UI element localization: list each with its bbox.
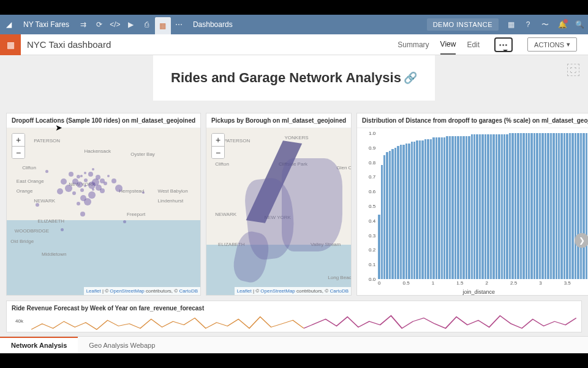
hist-bar — [419, 140, 421, 279]
map-attribution: Leaflet | © OpenStreetMap contributors, … — [235, 287, 351, 295]
hist-bar — [386, 152, 388, 279]
hist-bar — [569, 133, 571, 279]
hist-bar — [552, 133, 554, 279]
refresh-icon[interactable]: ⟳ — [91, 15, 107, 34]
hist-bar — [539, 133, 541, 279]
hist-bar — [476, 134, 478, 279]
tab-summary[interactable]: Summary — [398, 34, 429, 55]
zoom-in-button[interactable]: + — [212, 134, 224, 146]
dashboard-canvas: ➤ ⛶ Rides and Garage Network Analysis 🔗 … — [0, 55, 588, 336]
hist-bar — [427, 139, 429, 279]
panel-dropoff-title: Dropoff Locations (Sample 100 rides) on … — [7, 113, 200, 128]
notifications-icon[interactable]: 🔔 — [554, 15, 571, 34]
activity-icon[interactable]: 〜 — [537, 15, 554, 34]
hist-bar — [514, 133, 516, 279]
zoom-out-button[interactable]: − — [12, 146, 24, 158]
carto-link[interactable]: CartoDB — [330, 288, 349, 294]
hist-ylabel: Count of records — [357, 161, 358, 202]
hist-bar — [378, 215, 380, 279]
more-icon[interactable]: ⋯ — [171, 15, 187, 34]
actions-button[interactable]: ACTIONS ▾ — [527, 37, 577, 52]
page-tab-network[interactable]: Network Analysis — [0, 337, 78, 353]
hist-bar — [457, 136, 459, 279]
hist-bar — [416, 140, 418, 279]
search-icon[interactable]: 🔍 — [571, 15, 588, 34]
hist-bar — [509, 133, 511, 279]
hist-bar — [394, 148, 396, 279]
tab-view[interactable]: View — [440, 34, 456, 55]
title-tile: Rides and Garage Network Analysis 🔗 — [153, 55, 435, 101]
hist-bar — [462, 136, 464, 279]
breadcrumb-dashboards[interactable]: Dashboards — [187, 20, 239, 29]
hist-bar — [454, 136, 456, 279]
hist-bar — [381, 165, 383, 279]
hist-bar — [441, 137, 443, 279]
panel-pickups-title: Pickups by Borough on ml_dataset_geojoin… — [206, 113, 351, 128]
fullscreen-icon[interactable]: ⛶ — [567, 64, 579, 76]
osm-link[interactable]: OpenStreetMap — [260, 288, 295, 294]
hist-bar — [391, 149, 393, 279]
panel-forecast-title: Ride Revenue Forecast by Week of Year on… — [12, 305, 576, 313]
tab-edit[interactable]: Edit — [467, 34, 480, 55]
printer-icon[interactable]: ⎙ — [139, 15, 155, 34]
next-slide-button[interactable]: ❯ — [575, 233, 588, 248]
page-title: Rides and Garage Network Analysis — [171, 70, 401, 86]
dropoff-map[interactable]: + − PATERSONHackensackOyster BayCliftonE… — [7, 128, 200, 295]
hist-bar — [424, 139, 426, 279]
dashboard-title: NYC Taxi dashboard — [21, 39, 111, 50]
hist-xlabel: join_distance — [462, 289, 495, 295]
leaflet-link[interactable]: Leaflet — [86, 288, 101, 294]
play-icon[interactable]: ▶ — [123, 15, 139, 34]
panel-dropoff-map: Dropoff Locations (Sample 100 rides) on … — [6, 113, 201, 296]
hist-bar — [498, 134, 500, 279]
osm-link[interactable]: OpenStreetMap — [110, 288, 144, 294]
demo-instance-button[interactable]: DEMO INSTANCE — [427, 18, 499, 31]
panel-histogram: Distribution of Distance from dropoff to… — [356, 113, 588, 296]
hist-bar — [492, 134, 494, 279]
leaflet-link[interactable]: Leaflet — [237, 288, 252, 294]
page-tab-geo[interactable]: Geo Analysis Webapp — [78, 337, 166, 353]
forecast-chart — [31, 313, 576, 331]
hist-bar — [530, 133, 532, 279]
project-name[interactable]: NY Taxi Fares — [17, 20, 75, 29]
dashboard-icon[interactable]: ▦ — [155, 17, 171, 34]
hist-bar — [496, 134, 497, 279]
hist-bar — [522, 133, 524, 279]
hist-bar — [405, 144, 407, 279]
dashboard-type-icon: ▦ — [0, 34, 21, 55]
hist-bar — [451, 136, 453, 279]
hist-bar — [408, 144, 410, 279]
apps-grid-icon[interactable]: ▦ — [502, 15, 519, 34]
hist-bar — [389, 151, 391, 279]
link-icon[interactable]: 🔗 — [404, 71, 417, 85]
hist-bar — [421, 140, 423, 279]
hist-bar — [484, 134, 486, 279]
hist-bar — [443, 137, 445, 279]
help-icon[interactable]: ? — [519, 15, 537, 34]
map-attribution: Leaflet | © OpenStreetMap contributors, … — [84, 287, 200, 295]
carto-link[interactable]: CartoDB — [179, 288, 198, 294]
hist-bar — [547, 133, 549, 279]
flow-icon[interactable]: ⇉ — [75, 15, 91, 34]
hist-bar — [411, 142, 413, 279]
zoom-in-button[interactable]: + — [12, 134, 24, 146]
hist-bar — [560, 133, 562, 279]
hist-bar — [536, 133, 538, 279]
chevron-down-icon: ▾ — [567, 40, 570, 48]
top-nav: ◢ NY Taxi Fares ⇉ ⟳ </> ▶ ⎙ ▦ ⋯ Dashboar… — [0, 15, 588, 34]
hist-bar — [490, 134, 492, 279]
pickups-map[interactable]: + − PATERSONYONKERSCliftonCliffside Park… — [206, 128, 351, 295]
hist-bar — [558, 133, 560, 279]
hist-bar — [383, 155, 385, 279]
hist-bar — [533, 133, 535, 279]
discussion-icon[interactable]: ••• — [494, 37, 513, 52]
code-icon[interactable]: </> — [107, 15, 123, 34]
brand-logo-icon[interactable]: ◢ — [0, 20, 17, 29]
hist-bar — [575, 133, 576, 279]
hist-bar — [471, 134, 473, 279]
zoom-out-button[interactable]: − — [212, 146, 224, 158]
hist-bar — [460, 136, 462, 279]
panel-pickups-map: Pickups by Borough on ml_dataset_geojoin… — [206, 113, 352, 296]
hist-bar — [517, 133, 519, 279]
hist-bar — [481, 134, 483, 279]
